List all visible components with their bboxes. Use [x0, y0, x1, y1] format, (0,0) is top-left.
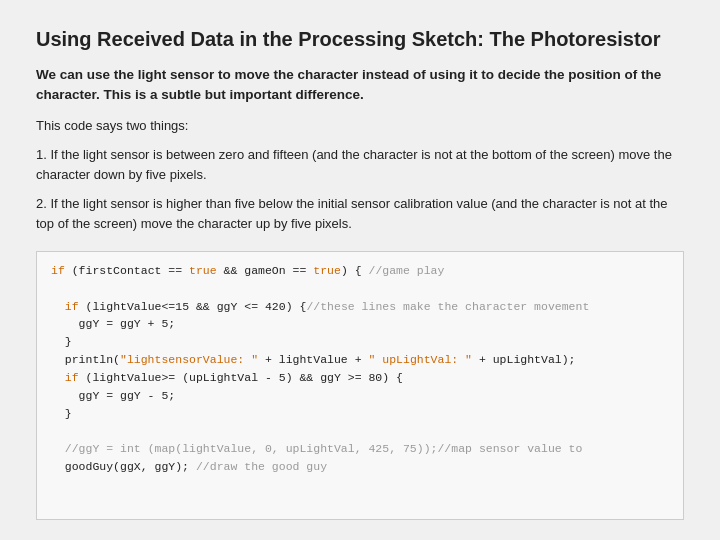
point-1: 1. If the light sensor is between zero a… [36, 145, 684, 184]
code-line-1 [51, 280, 669, 298]
code-line-7: ggY = ggY - 5; [51, 387, 669, 405]
code-line-0: if (firstContact == true && gameOn == tr… [51, 262, 669, 280]
code-line-3: ggY = ggY + 5; [51, 315, 669, 333]
code-line-6: if (lightValue>= (upLightVal - 5) && ggY… [51, 369, 669, 387]
code-line-8: } [51, 405, 669, 423]
code-line-11: goodGuy(ggX, ggY); //draw the good guy [51, 458, 669, 476]
intro-normal-text: This code says two things: [36, 116, 684, 136]
code-line-4: } [51, 333, 669, 351]
slide: Using Received Data in the Processing Sk… [0, 0, 720, 540]
code-line-2: if (lightValue<=15 && ggY <= 420) {//the… [51, 298, 669, 316]
slide-title: Using Received Data in the Processing Sk… [36, 28, 684, 51]
code-line-9 [51, 422, 669, 440]
intro-bold-text: We can use the light sensor to move the … [36, 65, 684, 106]
point-2: 2. If the light sensor is higher than fi… [36, 194, 684, 233]
code-line-10: //ggY = int (map(lightValue, 0, upLightV… [51, 440, 669, 458]
code-block: if (firstContact == true && gameOn == tr… [36, 251, 684, 520]
code-line-5: println("lightsensorValue: " + lightValu… [51, 351, 669, 369]
